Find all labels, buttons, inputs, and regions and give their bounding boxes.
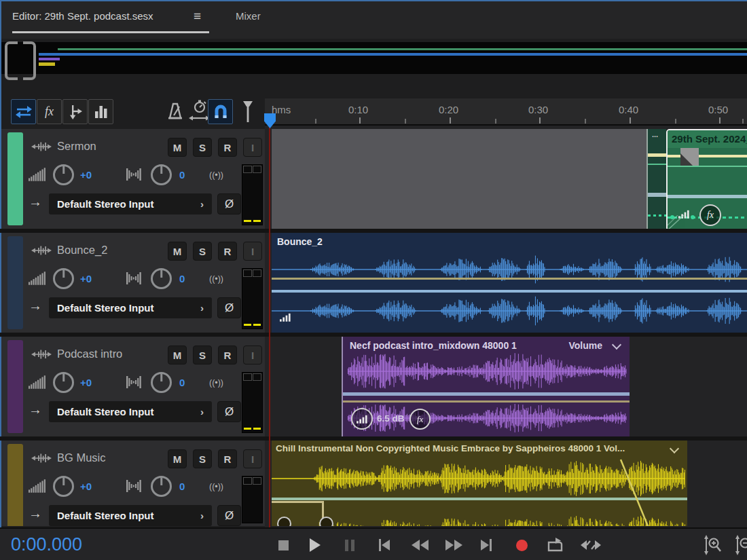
mute-button[interactable]: M: [168, 138, 187, 157]
arm-record-button[interactable]: R: [218, 449, 237, 468]
time-display[interactable]: 0:00.000: [11, 534, 82, 555]
arm-record-button[interactable]: R: [218, 138, 237, 157]
input-selector[interactable]: Default Stereo Input ›: [49, 401, 212, 422]
clip-fx-badge[interactable]: fx: [409, 409, 431, 430]
clip-bg-music[interactable]: Chill Instrumental Non Copyrighted Music…: [272, 441, 687, 526]
input-selector[interactable]: Default Stereo Input ›: [49, 193, 212, 214]
clip-header[interactable]: 29th Sept. 2024_: [668, 130, 747, 148]
phase-toggle[interactable]: Ø: [217, 505, 241, 526]
loop-playback-button[interactable]: [546, 529, 565, 560]
panel-menu-icon[interactable]: ≡: [194, 9, 201, 24]
pan-knob[interactable]: [151, 268, 172, 289]
snap-toggle-button[interactable]: [208, 99, 233, 124]
solo-button[interactable]: S: [193, 346, 212, 365]
track-name[interactable]: Bounce_2: [57, 244, 107, 257]
meters-button[interactable]: [88, 99, 113, 124]
envelope-mode-selector[interactable]: Volume: [568, 340, 602, 351]
fast-forward-button[interactable]: [445, 529, 462, 560]
pan-envelope[interactable]: [272, 290, 747, 293]
pan-value[interactable]: 0: [179, 273, 185, 284]
mute-button[interactable]: M: [168, 449, 187, 468]
arm-record-button[interactable]: R: [218, 346, 237, 365]
pan-value[interactable]: 0: [179, 377, 185, 388]
sermon-selected-region[interactable]: [272, 129, 646, 229]
clip-gain-bars-icon[interactable]: [280, 313, 291, 322]
track-color-strip[interactable]: [7, 340, 23, 433]
volume-knob[interactable]: [53, 268, 74, 289]
metronome-toggle[interactable]: [163, 100, 185, 125]
clip-podcast-intro[interactable]: Necf podcast intro_mixdown 48000 1 Volum…: [342, 337, 630, 436]
solo-button[interactable]: S: [193, 449, 212, 468]
monitor-input-button[interactable]: I: [243, 449, 262, 468]
track-color-strip[interactable]: [7, 444, 23, 526]
clip-gain-value[interactable]: 6.5 dB: [377, 413, 405, 424]
skip-start-icon: [379, 539, 381, 551]
monitor-input-button[interactable]: I: [243, 242, 262, 261]
track-name[interactable]: BG Music: [57, 451, 106, 464]
phase-toggle[interactable]: Ø: [217, 297, 241, 318]
clip-gain-badge[interactable]: [351, 408, 373, 430]
track-color-strip[interactable]: [7, 236, 23, 329]
fade-handle-icon[interactable]: [680, 148, 699, 166]
chevron-down-icon[interactable]: [612, 340, 621, 350]
volume-value[interactable]: +0: [80, 169, 92, 181]
monitor-input-button[interactable]: I: [243, 138, 262, 157]
pan-value[interactable]: 0: [179, 481, 185, 492]
track-name[interactable]: Podcast intro: [57, 348, 122, 360]
playhead-line[interactable]: [269, 127, 270, 527]
mute-button[interactable]: M: [168, 346, 187, 365]
rewind-button[interactable]: [412, 529, 429, 560]
tab-mixer[interactable]: Mixer: [236, 10, 261, 22]
play-button[interactable]: [310, 529, 321, 560]
volume-value[interactable]: +0: [80, 481, 92, 492]
navigator-handle-left[interactable]: [5, 41, 18, 80]
tab-editor[interactable]: Editor: 29th Sept. podcast.sesx: [12, 10, 153, 22]
pan-icon: [125, 480, 143, 492]
pan-envelope[interactable]: [668, 195, 747, 198]
clip-sermon-mini[interactable]: ...: [646, 129, 666, 229]
clip-fx-badge[interactable]: fx: [699, 204, 721, 226]
skip-to-start-button[interactable]: [379, 529, 390, 560]
record-button[interactable]: [516, 529, 528, 560]
volume-envelope[interactable]: [272, 278, 747, 280]
phase-toggle[interactable]: Ø: [217, 401, 241, 422]
pan-knob[interactable]: [151, 164, 172, 185]
envelope-keyframe[interactable]: [691, 215, 695, 219]
move-playhead-button[interactable]: [580, 529, 602, 560]
effects-rack-button[interactable]: fx: [37, 99, 62, 124]
volume-knob[interactable]: [53, 372, 74, 393]
navigator-handle-right[interactable]: [23, 41, 36, 80]
pan-value[interactable]: 0: [179, 169, 185, 181]
clip-sermon[interactable]: 29th Sept. 2024_ fx: [666, 129, 747, 231]
zoom-in-amplitude-button[interactable]: [704, 529, 723, 560]
solo-button[interactable]: S: [193, 138, 212, 157]
volume-envelope[interactable]: [668, 155, 747, 157]
arm-record-button[interactable]: R: [218, 242, 237, 261]
skip-to-end-button[interactable]: [481, 529, 492, 560]
zoom-out-amplitude-button[interactable]: [735, 529, 747, 560]
global-clip-stretch-toggle[interactable]: [188, 100, 210, 126]
volume-knob[interactable]: [53, 164, 74, 185]
pause-button[interactable]: [345, 529, 354, 560]
track-name[interactable]: Sermon: [57, 140, 96, 153]
marker-tool[interactable]: [241, 100, 255, 126]
clip-bounce2[interactable]: Bounce_2: [272, 233, 747, 333]
zoom-navigator-strip[interactable]: [1, 42, 747, 74]
volume-value[interactable]: +0: [80, 377, 92, 388]
monitor-input-button[interactable]: I: [243, 346, 262, 365]
pan-knob[interactable]: [151, 476, 172, 497]
phase-toggle[interactable]: Ø: [217, 193, 241, 214]
move-tool-button[interactable]: [11, 99, 36, 124]
input-selector[interactable]: Default Stereo Input ›: [49, 297, 212, 318]
routing-button[interactable]: [62, 99, 88, 124]
pan-knob[interactable]: [151, 372, 172, 393]
track-color-strip[interactable]: [7, 132, 23, 225]
volume-value[interactable]: +0: [80, 273, 92, 284]
input-selector[interactable]: Default Stereo Input ›: [49, 505, 212, 526]
solo-button[interactable]: S: [193, 242, 212, 261]
mute-button[interactable]: M: [168, 242, 187, 261]
stop-button[interactable]: [278, 529, 289, 560]
timeline-ruler[interactable]: hms 0:10 0:20 0:30 0:40 0:50: [265, 98, 747, 126]
volume-knob[interactable]: [53, 476, 74, 497]
pan-envelope[interactable]: [343, 392, 630, 396]
